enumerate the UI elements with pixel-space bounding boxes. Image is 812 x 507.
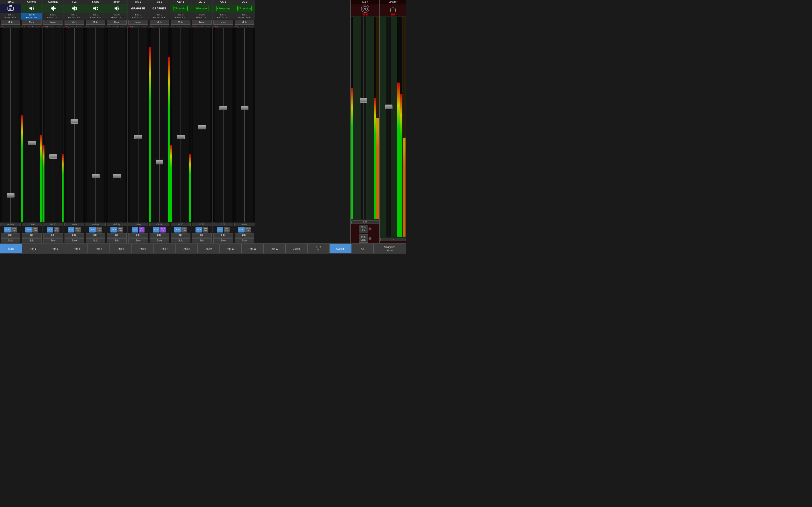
ch-fader-vlc[interactable] [70,119,78,124]
tab-aux3[interactable]: Aux 3 [66,244,88,253]
ch-fader-clp1[interactable] [177,135,185,139]
pfl-clear-led [368,237,371,240]
ch-pfl-clp2[interactable]: PFL [192,233,212,238]
ch-solo-chrome[interactable]: Solo [22,238,42,243]
ch-mute-clp1[interactable]: Mute [171,20,191,24]
ch-solo-vlc[interactable]: Solo [64,238,84,243]
ch-afv-set-btn-ms1[interactable]: AFVSet [139,227,145,232]
ch-pfl-cg2[interactable]: PFL [235,233,254,238]
ch-afv-set-btn-cg1[interactable]: AFVSet [224,227,230,232]
ch-mute-vlc[interactable]: Mute [64,20,84,24]
ch-afv-btn-chrome[interactable]: AFV [26,227,32,232]
ch-cl-indicator-clp2 [205,26,210,27]
ch-pfl-cg1[interactable]: PFL [213,233,233,238]
ch-pfl-chrome[interactable]: PFL [22,233,42,238]
ch-fader-ms2[interactable] [156,160,163,164]
ch-fader-ms1[interactable] [134,135,142,139]
ch-solo-ms2[interactable]: Solo [150,238,169,243]
ch-mute-ms1[interactable]: Mute [128,20,148,24]
tab-main[interactable]: Main [0,244,22,253]
ch-eq-cl-vlc: EQ CL [64,25,85,28]
ch-afv-btn-sdi1[interactable]: AFV [4,227,11,232]
tab-custom[interactable]: Custom [329,244,351,253]
tab-aux4[interactable]: Aux 4 [88,244,110,253]
ch-fader-sdi1[interactable] [7,193,14,198]
ch-afv-set-btn-chrome[interactable]: AFVSet [33,227,38,232]
ch-afv-set-btn-cg2[interactable]: AFVSet [245,227,251,232]
tab-aux1[interactable]: Aux 1 [22,244,44,253]
ch-afv-set-btn-clp2[interactable]: AFVSet [203,227,208,232]
ch-pfl-zoom[interactable]: PFL [107,233,126,238]
ch-solo-audacity[interactable]: Solo [43,238,63,243]
tab-aux2[interactable]: Aux 2 [44,244,66,253]
ch-mute-ms2[interactable]: Mute [150,20,169,24]
ch-afv-btn-skype[interactable]: AFV [89,227,96,232]
tab-eq_cl[interactable]: EQ /CL [307,244,329,253]
svg-text:((·)): ((·)) [364,5,366,7]
ch-afv-btn-clp2[interactable]: AFV [196,227,202,232]
main-fader-handle[interactable] [360,98,367,103]
ch-afv-btn-cg1[interactable]: AFV [217,227,223,232]
ch-fader-clp2[interactable] [198,125,206,129]
ch-pfl-sdi1[interactable]: PFL [1,233,20,238]
ch-solo-ms1[interactable]: Solo [128,238,148,243]
ch-solo-clp1[interactable]: Solo [171,238,191,243]
ch-afv-btn-zoom[interactable]: AFV [110,227,117,232]
tab-config[interactable]: Config [286,244,307,253]
ch-solo-sdi1[interactable]: Solo [1,238,20,243]
ch-fader-audacity[interactable] [49,154,57,159]
ch-afv-set-btn-audacity[interactable]: AFVSet [54,227,59,232]
ch-mute-cg1[interactable]: Mute [213,20,233,24]
ch-pfl-audacity[interactable]: PFL [43,233,63,238]
ch-afv-set-btn-vlc[interactable]: AFVSet [75,227,81,232]
ch-afv-set-btn-zoom[interactable]: AFVSet [117,227,123,232]
tab-aux11[interactable]: Aux 11 [242,244,263,253]
ch-afv-set-btn-ms2[interactable]: AFVSet [160,227,166,232]
ch-mute-cg2[interactable]: Mute [235,20,254,24]
ch-pfl-skype[interactable]: PFL [86,233,105,238]
ch-afv-btn-clp1[interactable]: AFV [174,227,181,232]
ch-mute-sdi1[interactable]: Mute [1,20,20,24]
ch-pfl-ms1[interactable]: PFL [128,233,148,238]
tab-aux9[interactable]: Aux 9 [198,244,220,253]
ch-afv-btn-cg2[interactable]: AFV [238,227,245,232]
tab-aux10[interactable]: Aux 10 [220,244,242,253]
ch-fader-zoom[interactable] [113,174,121,178]
ch-afv-set-btn-skype[interactable]: AFVSet [96,227,102,232]
ch-solo-cg2[interactable]: Solo [235,238,254,243]
ch-solo-zoom[interactable]: Solo [107,238,126,243]
ch-solo-clp2[interactable]: Solo [192,238,212,243]
ch-mute-skype[interactable]: Mute [86,20,105,24]
ch-mute-audacity[interactable]: Mute [43,20,63,24]
ch-mute-chrome[interactable]: Mute [22,20,42,24]
ch-afv-btn-ms2[interactable]: AFV [153,227,160,232]
tab-aux7[interactable]: Aux 7 [154,244,176,253]
ch-afv-btn-ms1[interactable]: AFV [132,227,139,232]
ch-mute-zoom[interactable]: Mute [107,20,126,24]
ch-eq-indicator-cg1 [218,26,223,27]
ch-afv-btn-audacity[interactable]: AFV [47,227,53,232]
solo-clear-button[interactable]: SoloClear [359,225,368,233]
ch-pfl-ms2[interactable]: PFL [150,233,169,238]
ch-solo-cg1[interactable]: Solo [213,238,233,243]
ch-pfl-clp1[interactable]: PFL [171,233,191,238]
tab-aux8[interactable]: Aux 8 [176,244,198,253]
tab-all[interactable]: All [351,244,373,253]
ch-fader-chrome[interactable] [28,141,36,145]
ch-mute-clp2[interactable]: Mute [192,20,212,24]
ch-afv-set-btn-sdi1[interactable]: AFVSet [11,227,17,232]
ch-fader-cg2[interactable] [241,106,248,110]
ch-fader-cg1[interactable] [219,106,227,110]
ch-afv-btn-vlc[interactable]: AFV [68,227,75,232]
ch-afv-set-btn-clp1[interactable]: AFVSet [181,227,187,232]
ch-fader-skype[interactable] [92,174,100,178]
tab-aux6[interactable]: Aux 6 [132,244,154,253]
monitor-fader-handle[interactable] [385,105,393,109]
tab-aux12[interactable]: Aux 12 [263,244,286,253]
tab-aux5[interactable]: Aux 5 [110,244,132,253]
ch-pfl-vlc[interactable]: PFL [64,233,84,238]
pfl-clear-button[interactable]: PFLClear [359,234,368,243]
ch-fader-value-cg1: 0.00 [213,223,233,226]
ch-solo-skype[interactable]: Solo [86,238,105,243]
tab-nav_menu[interactable]: NavigationMenu [373,244,406,253]
